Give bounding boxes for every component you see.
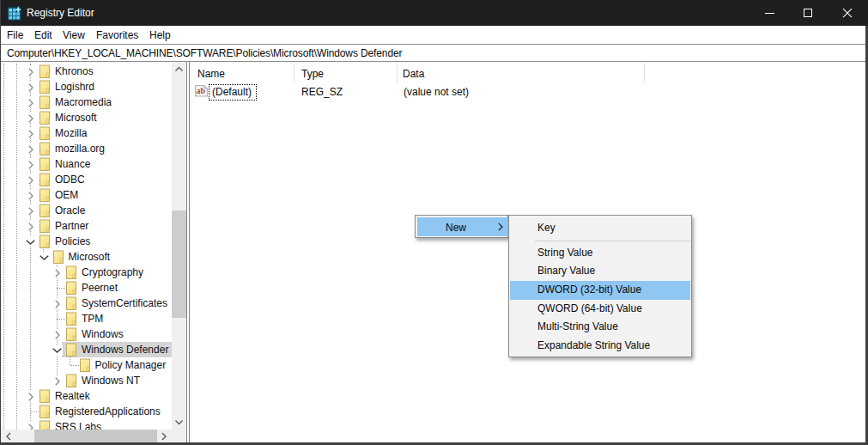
svg-text:ab: ab	[196, 86, 205, 95]
